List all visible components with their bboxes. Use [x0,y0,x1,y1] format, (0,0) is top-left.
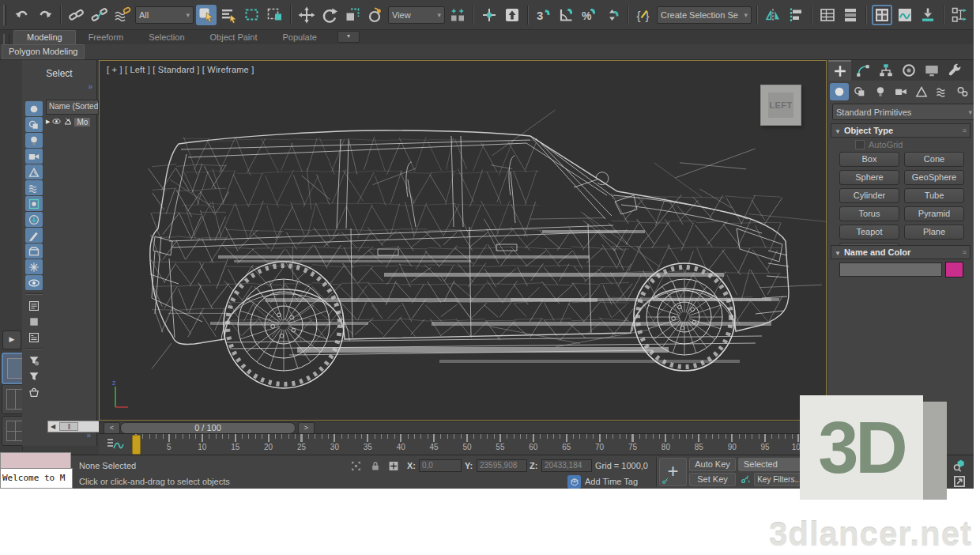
angle-snap-icon[interactable] [556,5,577,25]
filter-icon[interactable] [25,368,43,383]
zoom-region-icon[interactable] [952,458,971,472]
y-value-field[interactable]: 23595,908 [477,459,527,472]
primitive-button-sphere[interactable]: Sphere [839,170,899,185]
absolute-offset-mode-icon[interactable] [387,460,400,474]
frame-tick-70[interactable]: 70 [590,443,609,451]
renderable-icon[interactable] [63,117,73,127]
object-color-swatch[interactable] [945,262,963,278]
select-and-manipulate-icon[interactable] [479,5,499,25]
window-crossing-icon[interactable] [265,5,285,25]
ribbon-config-icon[interactable]: ▾ [337,31,360,43]
viewport-label[interactable]: [ + ] [ Left ] [ Standard ] [ Wireframe … [107,65,254,74]
use-pivot-point-icon[interactable] [447,5,468,25]
motion-tab-icon[interactable] [897,60,920,81]
keyboard-shortcut-override-icon[interactable] [502,5,522,25]
ribbon-tab-object-paint[interactable]: Object Paint [198,31,270,44]
frame-tick-5[interactable]: 5 [160,443,179,451]
display-xrefs-icon[interactable] [25,212,43,227]
frame-tick-85[interactable]: 85 [689,443,708,451]
name-color-rollout-header[interactable]: ▼Name and Color ≡ [831,245,971,259]
undo-icon[interactable] [12,5,32,25]
frame-tick-65[interactable]: 65 [557,443,576,451]
primitive-button-geosphere[interactable]: GeoSphere [904,170,964,185]
current-frame-marker[interactable] [132,435,141,455]
previous-frame-button[interactable]: < [104,422,120,434]
set-keys-button[interactable]: + [659,458,687,486]
edit-named-selection-sets-icon[interactable]: {} [634,5,654,25]
key-filter-icon[interactable] [740,474,752,485]
primitive-button-cylinder[interactable]: Cylinder [839,188,899,203]
create-tab-icon[interactable] [828,60,851,81]
set-key-button[interactable]: Set Key [689,473,736,486]
display-bones-icon[interactable] [25,228,43,243]
display-containers-icon[interactable] [25,244,43,259]
display-hidden-icon[interactable] [25,275,43,290]
schematic-view-icon[interactable] [949,5,970,25]
primitive-button-plane[interactable]: Plane [904,225,964,240]
frame-tick-10[interactable]: 10 [193,443,212,451]
toggle-ribbon-icon[interactable] [872,5,892,25]
primitive-button-cone[interactable]: Cone [904,152,964,167]
ribbon-tab-populate[interactable]: Populate [270,31,329,44]
select-and-place-icon[interactable] [365,5,386,25]
viewcube-left-face[interactable]: LEFT [768,92,793,118]
tab-polygon-modeling[interactable]: Polygon Modeling [2,44,85,59]
frame-tick-20[interactable]: 20 [259,443,278,451]
reference-coordinate-dropdown[interactable]: View▾ [388,6,445,24]
solid-square-icon[interactable] [25,314,43,329]
primitive-button-pyramid[interactable]: Pyramid [904,206,964,221]
percent-snap-icon[interactable]: % [579,5,600,25]
select-by-name-icon[interactable] [219,5,239,25]
curve-editor-icon[interactable] [895,5,915,25]
isolate-selection-icon[interactable] [349,460,363,474]
shapes-icon[interactable] [850,83,869,100]
display-geometry-icon[interactable] [25,117,43,132]
rollout-menu-icon[interactable]: ≡ [963,126,967,134]
frame-tick-90[interactable]: 90 [722,443,741,451]
frame-tick-35[interactable]: 35 [358,443,377,451]
redo-icon[interactable] [35,5,55,25]
modify-tab-icon[interactable] [851,60,874,81]
display-cameras-icon[interactable] [25,149,43,164]
snaps-toggle-icon[interactable]: 3 [533,5,554,25]
scroll-thumb[interactable]: ||| [59,422,78,431]
ribbon-tab-modeling[interactable]: Modeling [13,30,76,44]
hierarchy-tab-icon[interactable] [874,60,897,81]
scene-explorer-column-header[interactable]: Name (Sorted [46,100,99,115]
rollout-menu-icon[interactable]: ≡ [963,248,967,256]
row-expand-icon[interactable]: ▶ [46,119,50,125]
named-selection-sets-dropdown[interactable]: Create Selection Se▾ [657,6,752,24]
frame-tick-75[interactable]: 75 [624,443,643,451]
scene-object-name[interactable]: Mo [74,118,90,126]
primitive-button-box[interactable]: Box [839,152,899,167]
display-tab-icon[interactable] [920,60,943,81]
utilities-tab-icon[interactable] [943,60,966,81]
list-view-icon[interactable] [25,298,43,313]
align-icon[interactable] [786,5,806,25]
car-wireframe-model[interactable] [100,61,826,420]
display-all-icon[interactable] [25,101,43,116]
ribbon-tab-selection[interactable]: Selection [136,31,197,44]
spinner-snap-icon[interactable] [602,5,623,25]
scene-explorer-row[interactable]: ▶ Mo [46,115,95,128]
ribbon-drag-handle[interactable] [3,34,10,44]
z-value-field[interactable]: 20433,184 [541,459,592,472]
collect-icon[interactable] [25,384,43,399]
scroll-left-icon[interactable]: ◀ [48,423,58,430]
x-value-field[interactable]: 0,0 [419,459,462,472]
frame-tick-40[interactable]: 40 [391,443,410,451]
viewcube[interactable]: LEFT [760,85,801,126]
track-bar[interactable]: 0510152025303540455055606570758085909510… [99,433,827,455]
display-frozen-icon[interactable] [25,259,43,274]
filter-settings-icon[interactable] [25,353,43,368]
frame-tick-55[interactable]: 55 [491,443,510,451]
cameras-icon[interactable] [891,83,910,100]
primitive-button-tube[interactable]: Tube [904,188,964,203]
viewport-left-wireframe[interactable]: [ + ] [ Left ] [ Standard ] [ Wireframe … [99,60,827,421]
object-type-rollout-header[interactable]: ▼Object Type ≡ [831,123,971,138]
toggle-scene-explorer-icon[interactable] [817,5,838,25]
frame-tick-50[interactable]: 50 [458,443,477,451]
lights-icon[interactable] [871,83,890,100]
unlink-selection-icon[interactable] [89,5,110,25]
time-tag-cube-icon[interactable] [567,475,581,489]
